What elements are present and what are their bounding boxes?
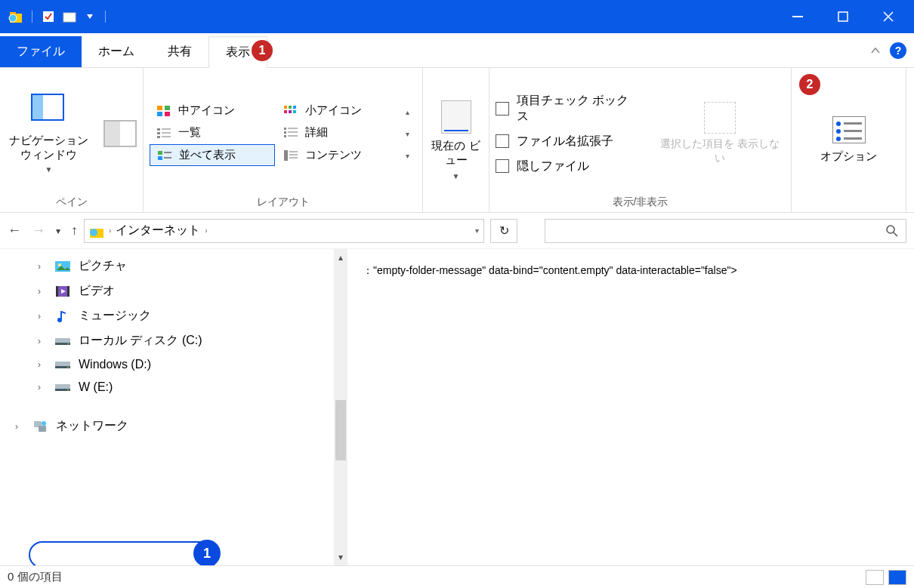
svg-rect-16 xyxy=(293,110,296,113)
statusbar: 0 個の項目 xyxy=(0,565,914,588)
callout-2: 2 xyxy=(799,74,820,95)
tree-item-network[interactable]: › ネットワーク xyxy=(0,414,347,439)
svg-rect-34 xyxy=(289,151,298,152)
svg-rect-13 xyxy=(293,106,296,109)
svg-rect-17 xyxy=(157,128,160,131)
svg-line-40 xyxy=(894,232,897,236)
chevron-right-icon: › xyxy=(38,359,47,370)
tab-share[interactable]: 共有 xyxy=(151,36,208,67)
tree-item-drive-d[interactable]: › Windows (D:) xyxy=(0,353,347,376)
search-box[interactable] xyxy=(545,219,906,243)
svg-rect-15 xyxy=(289,110,292,113)
ribbon-group-showhide: 項目チェック ボックス ファイル名拡張子 隠しファイル 選択した項目を 表示しな… xyxy=(489,68,792,212)
svg-rect-25 xyxy=(284,131,286,134)
dropdown-icon: ▼ xyxy=(45,165,53,174)
nav-pane-label: ナビゲーション ウィンドウ xyxy=(6,133,91,162)
drive-icon xyxy=(54,334,71,348)
layout-scroll[interactable]: ▴ ▾ ▾ xyxy=(403,100,416,166)
minimize-button[interactable] xyxy=(775,0,820,33)
drive-icon xyxy=(54,358,71,371)
details-view-toggle[interactable] xyxy=(866,570,884,585)
separator xyxy=(32,11,32,23)
svg-rect-14 xyxy=(284,110,287,113)
list-icon xyxy=(156,126,172,140)
svg-rect-11 xyxy=(284,106,287,109)
scroll-down-icon: ▾ xyxy=(338,552,343,562)
properties-icon[interactable] xyxy=(40,8,57,25)
layout-details[interactable]: 詳細 xyxy=(276,122,402,143)
svg-rect-32 xyxy=(164,157,171,159)
svg-rect-44 xyxy=(56,286,58,297)
up-button[interactable]: ↑ xyxy=(71,223,78,239)
svg-rect-7 xyxy=(157,106,162,110)
scroll-thumb[interactable] xyxy=(335,400,346,460)
tiles-icon xyxy=(156,149,173,162)
back-button[interactable]: ← xyxy=(8,223,21,239)
options-icon[interactable] xyxy=(832,116,866,143)
nav-pane-button[interactable]: ナビゲーション ウィンドウ ▼ xyxy=(6,94,91,174)
forward-button[interactable]: → xyxy=(32,223,45,239)
dropdown-icon[interactable] xyxy=(87,14,93,19)
current-view-label: 現在の ビュー xyxy=(429,138,483,168)
svg-rect-12 xyxy=(289,106,292,109)
recent-dropdown[interactable]: ▾ xyxy=(56,226,60,236)
svg-point-58 xyxy=(42,421,46,426)
ribbon-group-options: 2 オプション xyxy=(792,68,906,212)
chevron-right-icon[interactable]: › xyxy=(109,226,111,235)
refresh-button[interactable]: ↻ xyxy=(490,219,517,243)
svg-rect-26 xyxy=(288,131,298,133)
checkbox-icon xyxy=(496,102,509,115)
preview-pane-button[interactable] xyxy=(103,120,137,147)
svg-point-38 xyxy=(90,229,97,236)
ribbon-tabs: ファイル ホーム 共有 表示 1 ? xyxy=(0,33,914,68)
window-controls xyxy=(775,0,911,33)
check-item-checkboxes[interactable]: 項目チェック ボックス xyxy=(496,93,641,125)
scroll-up-icon: ▴ xyxy=(338,252,343,263)
collapse-ribbon-icon[interactable] xyxy=(869,44,882,57)
chevron-right-icon[interactable]: › xyxy=(205,226,207,235)
layout-tiles[interactable]: 並べて表示 xyxy=(150,144,275,166)
tree-item-videos[interactable]: › ビデオ xyxy=(0,279,347,303)
svg-point-42 xyxy=(58,263,61,266)
callout-rename: 1 xyxy=(193,540,221,565)
svg-point-49 xyxy=(67,343,69,344)
chevron-right-icon: › xyxy=(38,382,47,393)
expand-icon: ▾ xyxy=(406,152,413,159)
tiles-view-toggle[interactable] xyxy=(888,570,906,585)
tree-item-drive-c[interactable]: › ローカル ディスク (C:) xyxy=(0,328,347,353)
maximize-button[interactable] xyxy=(820,0,866,33)
new-folder-icon[interactable] xyxy=(61,8,78,25)
help-icon[interactable]: ? xyxy=(890,42,906,59)
svg-rect-4 xyxy=(63,13,76,22)
dropdown-icon: ▼ xyxy=(452,172,460,180)
close-button[interactable] xyxy=(866,0,911,33)
tree-item-music[interactable]: › ミュージック xyxy=(0,303,347,328)
svg-rect-36 xyxy=(289,157,298,159)
scrollbar[interactable]: ▴ ▾ xyxy=(334,249,347,565)
tab-home[interactable]: ホーム xyxy=(82,36,151,67)
tree-item-drive-e[interactable]: › W (E:) xyxy=(0,376,347,399)
titlebar-left xyxy=(3,8,113,25)
details-icon xyxy=(283,126,299,140)
layout-small-icons[interactable]: 小アイコン xyxy=(276,100,402,121)
layout-medium-icons[interactable]: 中アイコン xyxy=(150,100,275,121)
rename-input-highlight[interactable]: 1 xyxy=(29,541,219,565)
tab-view[interactable]: 表示 1 xyxy=(208,36,267,68)
current-view-icon[interactable] xyxy=(441,100,471,134)
svg-rect-6 xyxy=(838,12,848,21)
address-bar[interactable]: › インターネット › ▾ xyxy=(84,219,484,243)
check-hidden-files[interactable]: 隠しファイル xyxy=(496,159,641,174)
check-file-ext[interactable]: ファイル名拡張子 xyxy=(496,134,641,149)
svg-rect-30 xyxy=(164,152,171,153)
tree-item-pictures[interactable]: › ピクチャ xyxy=(0,254,347,279)
tab-file[interactable]: ファイル xyxy=(0,36,82,67)
chevron-down-icon[interactable]: ▾ xyxy=(475,226,479,235)
chevron-right-icon: › xyxy=(38,261,47,272)
chevron-right-icon: › xyxy=(38,286,47,297)
svg-rect-35 xyxy=(289,154,298,155)
address-location[interactable]: インターネット xyxy=(116,223,200,239)
location-icon xyxy=(89,225,104,237)
layout-content[interactable]: コンテンツ xyxy=(276,144,402,166)
layout-list[interactable]: 一覧 xyxy=(150,122,275,143)
view-toggle xyxy=(866,570,906,585)
